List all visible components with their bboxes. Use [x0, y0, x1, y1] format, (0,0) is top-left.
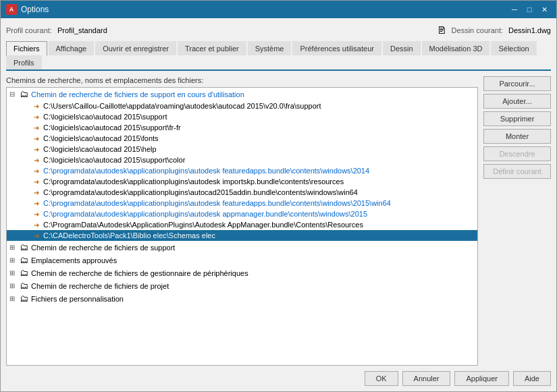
tree-item[interactable]: ⊞🗂Chemin de recherche de fichiers de pro…: [7, 279, 477, 292]
tree-item-text: C:\programdata\autodesk\applicationplugi…: [43, 167, 369, 175]
folder-icon: 🗂: [18, 89, 30, 99]
tree-item[interactable]: ➜C:\programdata\autodesk\applicationplug…: [7, 176, 477, 187]
tree-item[interactable]: ➜C:\programdata\autodesk\applicationplug…: [7, 198, 477, 208]
descendre-button[interactable]: Descendre: [483, 146, 551, 161]
tree-item-text: Fichiers de personnalisation: [31, 295, 124, 303]
expand-icon[interactable]: ⊞: [7, 282, 18, 289]
tree-item[interactable]: ➜C:\logiciels\cao\autocad 2015\support\f…: [7, 122, 477, 133]
tab-selection[interactable]: Sélection: [491, 41, 536, 55]
arrow-icon: ➜: [31, 221, 42, 229]
drawing-label: Dessin courant:: [452, 26, 503, 34]
parcourir-button[interactable]: Parcourir...: [483, 76, 551, 91]
arrow-icon: ➜: [31, 189, 42, 196]
tab-tracer[interactable]: Tracer et publier: [178, 41, 246, 55]
tab-fichiers[interactable]: Fichiers: [6, 41, 47, 57]
expand-icon[interactable]: ⊞: [7, 295, 18, 302]
options-window: A Options ─ □ ✕ Profil courant: Profil_s…: [0, 0, 557, 392]
minimize-button[interactable]: ─: [508, 3, 521, 16]
profile-row: Profil courant: Profil_standard 🖹 Dessin…: [6, 24, 551, 37]
expand-icon[interactable]: ⊟: [7, 90, 18, 98]
tab-preferences[interactable]: Préférences utilisateur: [292, 41, 381, 55]
window-content: Profil courant: Profil_standard 🖹 Dessin…: [1, 18, 556, 391]
tree-item[interactable]: ➜C:\logiciels\cao\autocad 2015\support\c…: [7, 155, 477, 165]
tab-affichage[interactable]: Affichage: [49, 41, 95, 55]
arrow-icon: ➜: [31, 103, 42, 110]
main-area: Chemins de recherche, noms et emplacemen…: [6, 71, 551, 366]
tree-item[interactable]: ⊞🗂Fichiers de personnalisation: [7, 292, 477, 305]
expand-icon[interactable]: ⊞: [7, 256, 18, 264]
folder-icon: 🗂: [18, 242, 30, 252]
profile-value: Profil_standard: [57, 26, 107, 34]
tab-dessin[interactable]: Dessin: [383, 41, 421, 55]
tree-item-text: C:\logiciels\cao\autocad 2015\fonts: [43, 134, 159, 142]
tree-item[interactable]: ➜C:\programdata\autodesk\applicationplug…: [7, 165, 477, 176]
ok-button[interactable]: OK: [365, 371, 398, 386]
tree-item[interactable]: ➜C:\ProgramData\Autodesk\ApplicationPlug…: [7, 219, 477, 230]
tree-item[interactable]: ➜C:\logiciels\cao\autocad 2015\fonts: [7, 133, 477, 144]
expand-icon[interactable]: ⊞: [7, 244, 18, 251]
tree-item[interactable]: ➜C:\logiciels\cao\autocad 2015\help: [7, 144, 477, 155]
tree-item-text: Chemin de recherche de fichiers de suppo…: [31, 90, 244, 99]
folder-icon: 🗂: [18, 293, 30, 304]
arrow-icon: ➜: [31, 200, 42, 207]
tree-item-text: Emplacements approuvés: [31, 256, 117, 264]
left-panel: Chemins de recherche, noms et emplacemen…: [6, 76, 478, 366]
definir-button[interactable]: Définir courant: [483, 164, 551, 179]
tabs-container: Fichiers Affichage Ouvrir et enregistrer…: [6, 41, 551, 71]
tree-item-text: Chemin de recherche de fichiers de gesti…: [31, 269, 248, 277]
titlebar-left: A Options: [6, 4, 49, 15]
tree-item-text: C:\logiciels\cao\autocad 2015\support\fr…: [43, 123, 181, 132]
folder-icon: 🗂: [18, 281, 30, 291]
tab-profils[interactable]: Profils: [6, 55, 42, 69]
paths-label: Chemins de recherche, noms et emplacemen…: [6, 76, 478, 84]
tree-item-text: C:\programdata\autodesk\applicationplugi…: [43, 210, 367, 218]
appliquer-button[interactable]: Appliquer: [454, 371, 508, 386]
close-button[interactable]: ✕: [537, 3, 551, 16]
arrow-icon: ➜: [31, 135, 42, 142]
tree-item[interactable]: ⊞🗂Chemin de recherche de fichiers de sup…: [7, 241, 477, 254]
arrow-icon: ➜: [31, 113, 42, 121]
tree-item-text: C:\logiciels\cao\autocad 2015\help: [43, 145, 157, 153]
profile-label: Profil courant:: [6, 26, 52, 34]
tree-item[interactable]: ➜C:\programdata\autodesk\applicationplug…: [7, 187, 477, 198]
monter-button[interactable]: Monter: [483, 129, 551, 144]
titlebar: A Options ─ □ ✕: [1, 1, 556, 18]
supprimer-button[interactable]: Supprimer: [483, 111, 551, 126]
bottom-row: OK Annuler Appliquer Aide: [6, 366, 551, 386]
arrow-icon: ➜: [31, 157, 42, 164]
arrow-icon: ➜: [31, 146, 42, 153]
tree-container[interactable]: ⊟🗂Chemin de recherche de fichiers de sup…: [6, 87, 478, 366]
tree-item-text: C:\programdata\autodesk\applicationplugi…: [43, 199, 391, 207]
arrow-icon: ➜: [31, 178, 42, 186]
ajouter-button[interactable]: Ajouter...: [483, 94, 551, 109]
arrow-icon: ➜: [31, 211, 42, 218]
maximize-button[interactable]: □: [523, 3, 536, 16]
drawing-value: Dessin1.dwg: [508, 26, 551, 34]
tree-item-text: Chemin de recherche de fichiers de suppo…: [31, 244, 175, 252]
tree-item[interactable]: ⊞🗂Emplacements approuvés: [7, 254, 477, 267]
arrow-icon: ➜: [31, 232, 42, 240]
tree-item[interactable]: ➜C:\Users\Caillou-Caillotte\appdata\roam…: [7, 101, 477, 111]
tree-item[interactable]: ⊞🗂Chemin de recherche de fichiers de ges…: [7, 267, 477, 279]
tab-modelisation[interactable]: Modélisation 3D: [422, 41, 490, 55]
tab-systeme[interactable]: Système: [248, 41, 292, 55]
tree-item-text: C:\programdata\autodesk\applicationplugi…: [43, 177, 344, 186]
expand-icon[interactable]: ⊞: [7, 269, 18, 277]
tree-item-text: C:\logiciels\cao\autocad 2015\support\co…: [43, 156, 185, 164]
folder-icon: 🗂: [18, 268, 30, 278]
tree-item-text: C:\logiciels\cao\autocad 2015\support: [43, 113, 167, 121]
aide-button[interactable]: Aide: [513, 371, 551, 386]
annuler-button[interactable]: Annuler: [402, 371, 451, 386]
tree-item[interactable]: ⊟🗂Chemin de recherche de fichiers de sup…: [7, 88, 477, 101]
titlebar-controls: ─ □ ✕: [508, 3, 551, 16]
tree-item[interactable]: ➜C:\programdata\autodesk\applicationplug…: [7, 208, 477, 219]
tree-item-text: C:\ProgramData\Autodesk\ApplicationPlugi…: [43, 221, 363, 229]
tree-item-text: C:\CADelectroTools\Pack1\Biblio elec\Sch…: [43, 231, 215, 240]
tab-ouvrir[interactable]: Ouvrir et enregistrer: [95, 41, 176, 55]
right-panel: Parcourir... Ajouter... Supprimer Monter…: [483, 76, 551, 366]
window-title: Options: [21, 5, 49, 14]
tree-item-text: C:\Users\Caillou-Caillotte\appdata\roami…: [43, 102, 321, 110]
tree-item[interactable]: ➜C:\CADelectroTools\Pack1\Biblio elec\Sc…: [7, 230, 477, 241]
tree-item[interactable]: ➜C:\logiciels\cao\autocad 2015\support: [7, 111, 477, 122]
drawing-icon: 🖹: [437, 25, 446, 36]
